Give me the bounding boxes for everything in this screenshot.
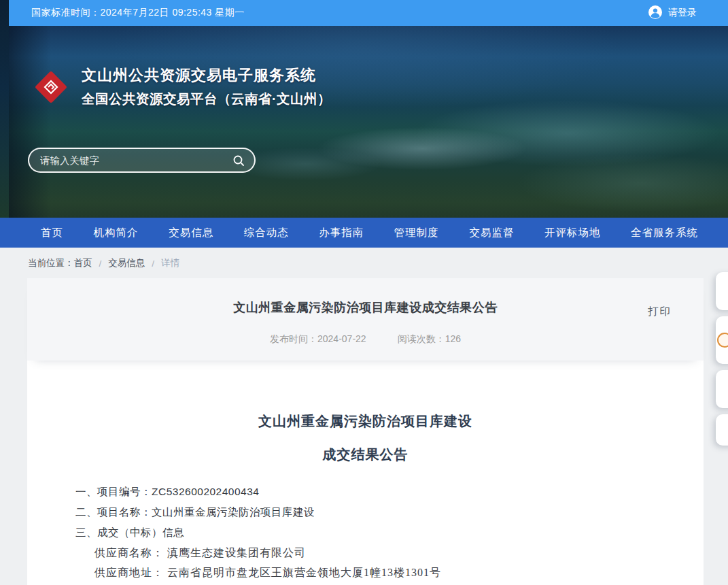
article-body: 文山州重金属污染防治项目库建设 成交结果公告 一、项目编号：ZC53260020… [27, 361, 704, 585]
project-number-line: 一、项目编号：ZC532600202400434 [75, 482, 679, 502]
nav-item-regulations[interactable]: 管理制度 [394, 226, 439, 240]
content-lines: 一、项目编号：ZC532600202400434 二、项目名称：文山州重金属污染… [52, 482, 679, 585]
page: 国家标准时间： 2024年7月22日 09:25:43 星期一 请登录 [0, 0, 728, 585]
nav-item-news[interactable]: 综合动态 [244, 226, 289, 240]
site-brand: 文山州公共资源交易电子服务系统 全国公共资源交易平台（云南省·文山州） [31, 65, 331, 108]
user-icon [648, 5, 663, 22]
breadcrumb-home[interactable]: 首页 [74, 257, 92, 269]
topbar: 国家标准时间： 2024年7月22日 09:25:43 星期一 请登录 [0, 0, 728, 26]
breadcrumb-separator: / [99, 258, 102, 269]
publish-date: 发布时间：2024-07-22 [270, 333, 366, 346]
nav-item-guide[interactable]: 办事指南 [319, 226, 364, 240]
search-box [28, 148, 256, 173]
nav-item-province-system[interactable]: 全省服务系统 [631, 226, 698, 240]
login-label: 请登录 [668, 7, 697, 19]
search-input[interactable] [40, 155, 231, 166]
floating-button-3[interactable] [716, 370, 728, 408]
article-title: 文山州重金属污染防治项目库建设成交结果公告 [27, 278, 704, 316]
site-title-line1: 文山州公共资源交易电子服务系统 [82, 65, 331, 86]
nav-item-home[interactable]: 首页 [41, 226, 63, 240]
floating-button-2[interactable] [716, 316, 728, 364]
content-title-line2: 成交结果公告 [52, 446, 679, 464]
floating-button-4[interactable] [716, 414, 728, 446]
supplier-address-line: 供应商地址： 云南省昆明市盘龙区王旗营金领地大厦1幢13楼1301号 [75, 563, 679, 582]
breadcrumb-section[interactable]: 交易信息 [108, 257, 145, 269]
nav-item-about[interactable]: 机构简介 [94, 226, 139, 240]
site-title-line2: 全国公共资源交易平台（云南省·文山州） [82, 90, 331, 108]
time-label: 国家标准时间： [31, 7, 101, 19]
article-header: 文山州重金属污染防治项目库建设成交结果公告 打印 发布时间：2024-07-22… [27, 278, 704, 361]
breadcrumb-label: 当前位置： [28, 257, 74, 269]
nav-item-supervision[interactable]: 交易监督 [469, 226, 514, 240]
content-title-line1: 文山州重金属污染防治项目库建设 [52, 361, 679, 431]
article-meta: 发布时间：2024-07-22 阅读次数：126 [27, 333, 704, 346]
award-info-line: 三、成交（中标）信息 [75, 522, 679, 543]
project-name-line: 二、项目名称：文山州重金属污染防治项目库建设 [75, 502, 679, 522]
read-count: 阅读次数：126 [398, 333, 461, 346]
contact-icon [717, 333, 728, 348]
banner: 文山州公共资源交易电子服务系统 全国公共资源交易平台（云南省·文山州） [0, 26, 728, 218]
article-card: 文山州重金属污染防治项目库建设成交结果公告 打印 发布时间：2024-07-22… [27, 278, 704, 585]
floating-button-1[interactable] [716, 272, 728, 310]
main-nav: 首页 机构简介 交易信息 综合动态 办事指南 管理制度 交易监督 开评标场地 全… [0, 218, 728, 248]
supplier-name-line: 供应商名称： 滇鹰生态建设集团有限公司 [75, 543, 679, 563]
standard-time: 国家标准时间： 2024年7月22日 09:25:43 星期一 [31, 7, 245, 19]
nav-item-trade-info[interactable]: 交易信息 [169, 226, 213, 240]
site-logo-icon [31, 67, 71, 107]
print-button[interactable]: 打印 [648, 305, 672, 319]
breadcrumb-current: 详情 [161, 257, 179, 269]
site-title: 文山州公共资源交易电子服务系统 全国公共资源交易平台（云南省·文山州） [82, 65, 331, 108]
breadcrumb-separator: / [152, 258, 154, 269]
login-button[interactable]: 请登录 [648, 5, 697, 22]
breadcrumb: 当前位置： 首页 / 交易信息 / 详情 [0, 248, 728, 279]
nav-item-venue[interactable]: 开评标场地 [544, 226, 601, 240]
award-amount-line: 成交金额： 1896000.00元 [75, 582, 679, 585]
floating-toolbar [716, 272, 728, 452]
banner-left-shade [0, 0, 9, 218]
search-icon[interactable] [231, 153, 246, 168]
time-value: 2024年7月22日 09:25:43 星期一 [101, 7, 245, 19]
